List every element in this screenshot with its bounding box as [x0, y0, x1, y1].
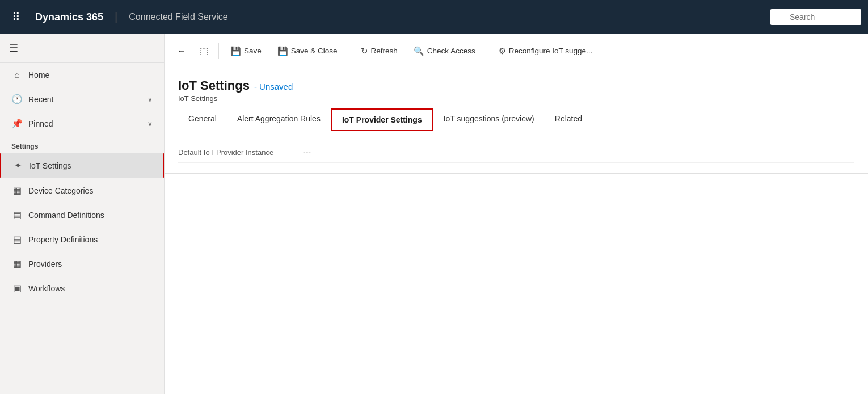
tab-content-provider: Default IoT Provider Instance --- [165, 131, 868, 394]
sidebar-item-property-definitions[interactable]: ▤ Property Definitions [0, 227, 164, 252]
property-definitions-icon: ▤ [11, 234, 23, 245]
iot-settings-icon: ✦ [12, 160, 23, 171]
recent-chevron-icon: ∨ [148, 95, 153, 103]
reconfigure-icon: ⚙ [499, 46, 506, 56]
check-access-button[interactable]: 🔍 Check Access [407, 42, 482, 60]
tab-iot-suggestions[interactable]: IoT suggestions (preview) [433, 108, 545, 131]
recent-icon: 🕐 [11, 94, 23, 104]
content-area: ← ⬚ 💾 Save 💾 Save & Close ↻ Refresh 🔍 Ch… [165, 34, 868, 394]
toolbar-divider-2 [349, 43, 349, 59]
check-access-icon: 🔍 [414, 46, 424, 56]
sidebar-item-command-definitions[interactable]: ▤ Command Definitions [0, 203, 164, 227]
sidebar-item-pinned[interactable]: 📌 Pinned ∨ [0, 111, 164, 136]
check-access-label: Check Access [427, 47, 475, 55]
hamburger-icon[interactable]: ☰ [9, 43, 18, 54]
sidebar-property-definitions-label: Property Definitions [28, 235, 98, 244]
sidebar-providers-label: Providers [28, 259, 62, 269]
nav-divider: | [115, 11, 117, 24]
sidebar-item-iot-settings[interactable]: ✦ IoT Settings [0, 153, 164, 178]
tab-alert-aggregation[interactable]: Alert Aggregation Rules [227, 108, 331, 131]
device-categories-icon: ▦ [11, 185, 23, 196]
tabs-bar: General Alert Aggregation Rules IoT Prov… [165, 103, 868, 131]
save-close-label: Save & Close [291, 47, 338, 55]
app-title: Dynamics 365 [35, 11, 103, 23]
settings-section-header: Settings [0, 136, 164, 153]
sidebar-pinned-label: Pinned [28, 119, 53, 128]
page-header: IoT Settings - Unsaved IoT Settings [165, 68, 868, 103]
back-button[interactable]: ← [171, 42, 192, 60]
sidebar-item-home[interactable]: ⌂ Home [0, 63, 164, 87]
sidebar-home-label: Home [28, 70, 49, 79]
sidebar: ☰ ⌂ Home 🕐 Recent ∨ 📌 Pinned ∨ Settings … [0, 34, 165, 394]
tab-related[interactable]: Related [545, 108, 592, 131]
home-icon: ⌂ [11, 70, 23, 80]
pinned-chevron-icon: ∨ [148, 120, 153, 128]
tab-iot-provider[interactable]: IoT Provider Settings [331, 108, 433, 131]
sidebar-device-categories-label: Device Categories [28, 186, 93, 195]
refresh-label: Refresh [371, 47, 398, 55]
save-close-button[interactable]: 💾 Save & Close [271, 42, 344, 60]
popout-button[interactable]: ⬚ [194, 41, 214, 60]
sidebar-item-recent[interactable]: 🕐 Recent ∨ [0, 87, 164, 111]
page-title: IoT Settings [178, 78, 250, 93]
main-layout: ☰ ⌂ Home 🕐 Recent ∨ 📌 Pinned ∨ Settings … [0, 34, 868, 394]
save-close-icon: 💾 [277, 46, 288, 56]
back-icon: ← [177, 46, 186, 56]
pin-icon: 📌 [11, 118, 23, 129]
provider-form-section: Default IoT Provider Instance --- [165, 131, 868, 174]
provider-instance-row: Default IoT Provider Instance --- [178, 141, 854, 163]
providers-icon: ▦ [11, 258, 23, 269]
popout-icon: ⬚ [200, 45, 208, 56]
toolbar-divider-3 [487, 43, 487, 59]
provider-instance-value: --- [303, 147, 311, 156]
provider-instance-label: Default IoT Provider Instance [178, 147, 303, 157]
search-input[interactable] [770, 9, 861, 25]
sidebar-workflows-label: Workflows [28, 284, 65, 293]
toolbar-divider-1 [218, 43, 219, 59]
workflows-icon: ▣ [11, 283, 23, 294]
sidebar-iot-settings-label: IoT Settings [29, 161, 71, 170]
save-button[interactable]: 💾 Save [224, 42, 268, 60]
sidebar-item-device-categories[interactable]: ▦ Device Categories [0, 178, 164, 203]
reconfigure-button[interactable]: ⚙ Reconfigure IoT sugge... [492, 42, 600, 60]
search-wrapper: 🔍 [770, 9, 861, 25]
top-nav-bar: ⠿ Dynamics 365 | Connected Field Service… [0, 0, 868, 34]
waffle-icon[interactable]: ⠿ [7, 10, 25, 24]
toolbar: ← ⬚ 💾 Save 💾 Save & Close ↻ Refresh 🔍 Ch… [165, 34, 868, 68]
sidebar-command-definitions-label: Command Definitions [28, 211, 104, 220]
unsaved-badge: - Unsaved [254, 82, 293, 91]
sidebar-top: ☰ [0, 34, 164, 63]
tab-general[interactable]: General [178, 108, 227, 131]
sidebar-item-providers[interactable]: ▦ Providers [0, 252, 164, 276]
refresh-icon: ↻ [361, 46, 368, 56]
app-subtitle: Connected Field Service [129, 12, 227, 22]
save-icon: 💾 [230, 46, 241, 56]
sidebar-recent-label: Recent [28, 95, 53, 104]
command-definitions-icon: ▤ [11, 209, 23, 220]
sidebar-item-workflows[interactable]: ▣ Workflows [0, 276, 164, 300]
refresh-button[interactable]: ↻ Refresh [354, 42, 404, 60]
save-label: Save [244, 47, 262, 55]
page-subtitle: IoT Settings [178, 94, 854, 103]
reconfigure-label: Reconfigure IoT sugge... [509, 47, 593, 55]
